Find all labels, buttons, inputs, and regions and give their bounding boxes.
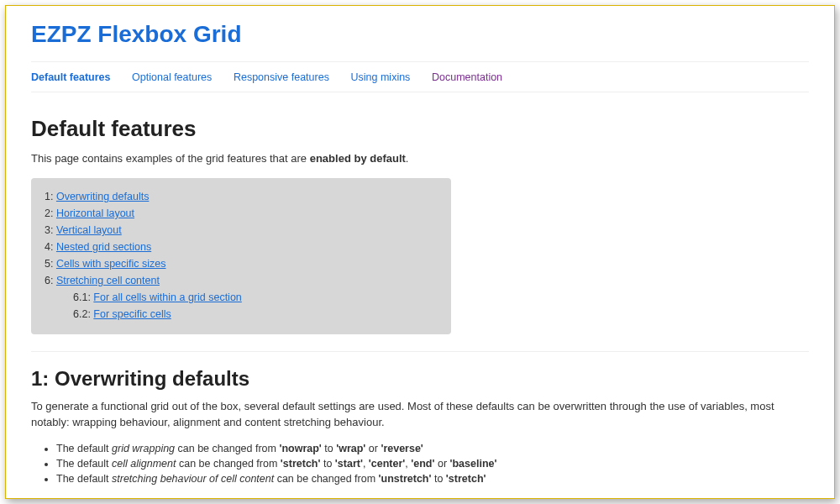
toc-item: 4: Nested grid sections — [45, 239, 438, 255]
closing-paragraph: For a full list of all the default setti… — [31, 498, 809, 499]
page-container: EZPZ Flexbox Grid Default features Optio… — [5, 5, 835, 499]
toc-item: 6: Stretching cell content — [45, 272, 438, 289]
divider — [31, 351, 809, 352]
toc-link-all-cells[interactable]: For all cells within a grid section — [93, 291, 241, 303]
nav-responsive-features[interactable]: Responsive features — [234, 71, 329, 83]
toc-item: 2: Horizontal layout — [45, 205, 438, 222]
list-item: The default cell alignment can be change… — [56, 456, 809, 471]
toc-subitem: 6.1: For all cells within a grid section — [73, 289, 438, 306]
toc-item: 3: Vertical layout — [45, 222, 438, 239]
toc-subitem: 6.2: For specific cells — [73, 306, 438, 323]
list-item: The default stretching behaviour of cell… — [56, 471, 809, 486]
toc-link-specific-cells[interactable]: For specific cells — [93, 308, 171, 320]
intro-paragraph: This page contains examples of the grid … — [31, 152, 809, 165]
page-heading: Default features — [31, 116, 809, 142]
nav-optional-features[interactable]: Optional features — [132, 71, 212, 83]
main-nav: Default features Optional features Respo… — [31, 61, 809, 92]
section-heading-overwriting-defaults: 1: Overwriting defaults — [31, 367, 809, 391]
toc-link-vertical-layout[interactable]: Vertical layout — [56, 224, 122, 236]
nav-default-features[interactable]: Default features — [31, 71, 110, 83]
site-title: EZPZ Flexbox Grid — [31, 21, 809, 48]
toc-link-overwriting-defaults[interactable]: Overwriting defaults — [56, 191, 149, 202]
section-intro: To generate a functional grid out of the… — [31, 399, 809, 431]
nav-documentation[interactable]: Documentation — [432, 71, 502, 83]
list-item: The default grid wrapping can be changed… — [56, 441, 809, 456]
toc-link-horizontal-layout[interactable]: Horizontal layout — [56, 207, 134, 219]
toc-link-cells-with-specific-sizes[interactable]: Cells with specific sizes — [56, 258, 166, 270]
defaults-list: The default grid wrapping can be changed… — [56, 441, 809, 486]
toc-link-stretching-cell-content[interactable]: Stretching cell content — [56, 275, 160, 286]
table-of-contents: 1: Overwriting defaults 2: Horizontal la… — [31, 178, 451, 334]
nav-using-mixins[interactable]: Using mixins — [351, 71, 411, 83]
toc-item: 5: Cells with specific sizes — [45, 255, 438, 272]
toc-item: 1: Overwriting defaults — [45, 188, 438, 205]
toc-link-nested-grid-sections[interactable]: Nested grid sections — [56, 241, 151, 253]
